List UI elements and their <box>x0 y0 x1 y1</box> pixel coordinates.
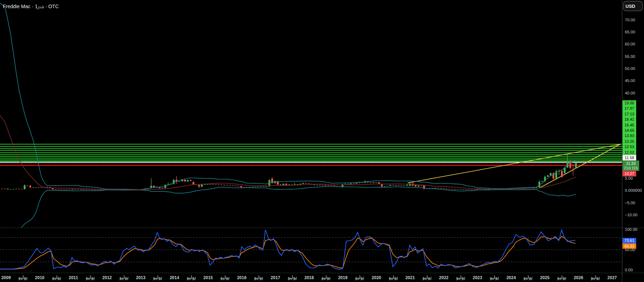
svg-text:2015: 2015 <box>203 275 213 280</box>
svg-text:15.45: 15.45 <box>624 123 634 127</box>
svg-text:2022: 2022 <box>439 275 448 280</box>
svg-text:12.02: 12.02 <box>624 150 634 154</box>
svg-text:2014: 2014 <box>170 275 179 280</box>
svg-text:11.58: 11.58 <box>624 156 634 160</box>
svg-text:19.00: 19.00 <box>624 101 634 105</box>
svg-text:2011: 2011 <box>69 275 78 280</box>
svg-text:17.13: 17.13 <box>624 112 634 116</box>
svg-text:Freddie Mac · 1: Freddie Mac · 1 <box>3 4 38 9</box>
svg-text:0.000000: 0.000000 <box>625 188 642 192</box>
svg-text:2009: 2009 <box>1 275 11 280</box>
svg-text:70.00: 70.00 <box>625 18 635 22</box>
svg-text:13.25: 13.25 <box>624 139 634 143</box>
svg-text:2027: 2027 <box>607 275 617 280</box>
svg-text:2013: 2013 <box>136 275 145 280</box>
svg-text:2025: 2025 <box>540 275 550 280</box>
svg-text:17.97: 17.97 <box>624 106 634 110</box>
svg-text:2019: 2019 <box>338 275 348 280</box>
svg-text:16.41: 16.41 <box>624 117 634 121</box>
svg-text:55.00: 55.00 <box>625 54 635 59</box>
svg-text:73.61: 73.61 <box>624 238 634 243</box>
svg-text:2018: 2018 <box>304 275 314 280</box>
svg-text:11.33: 11.33 <box>626 161 636 166</box>
svg-text:65.33: 65.33 <box>624 244 634 248</box>
svg-text:21d 11h: 21d 11h <box>624 166 638 170</box>
svg-text:40.00: 40.00 <box>625 91 635 95</box>
svg-text:0.00: 0.00 <box>625 268 633 272</box>
svg-text:12.53: 12.53 <box>624 145 634 149</box>
svg-text:2024: 2024 <box>506 275 516 280</box>
svg-text:2017: 2017 <box>271 275 280 280</box>
svg-text:−5.00: −5.00 <box>625 201 635 205</box>
svg-text:2016: 2016 <box>237 275 247 280</box>
svg-text:2020: 2020 <box>372 275 381 280</box>
svg-text:2010: 2010 <box>35 275 45 280</box>
svg-text:2021: 2021 <box>405 275 415 280</box>
svg-text:2012: 2012 <box>102 275 112 280</box>
svg-text:45.00: 45.00 <box>625 78 635 83</box>
svg-text:65.00: 65.00 <box>625 30 635 34</box>
svg-text:14.65: 14.65 <box>624 128 634 132</box>
svg-text:2023: 2023 <box>473 275 482 280</box>
svg-text:10.27: 10.27 <box>624 172 634 176</box>
svg-text:100.00: 100.00 <box>625 227 637 232</box>
svg-text:13.93: 13.93 <box>624 134 634 138</box>
svg-text:50.00: 50.00 <box>625 66 635 71</box>
svg-text:60.00: 60.00 <box>625 42 635 46</box>
svg-text:· OTC: · OTC <box>45 4 59 9</box>
svg-text:USD: USD <box>626 4 635 9</box>
svg-text:−10.00: −10.00 <box>625 213 638 217</box>
svg-text:5.00: 5.00 <box>625 176 633 180</box>
svg-text:2026: 2026 <box>574 275 583 280</box>
